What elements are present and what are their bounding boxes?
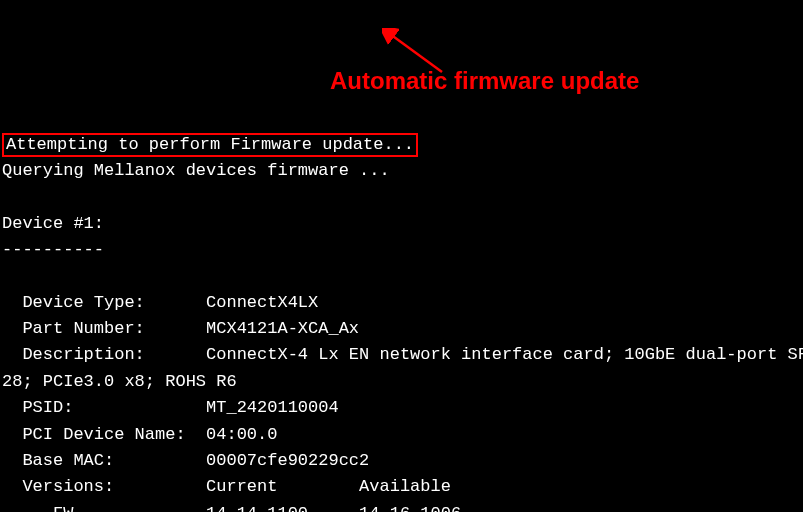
svg-line-1 bbox=[390, 34, 442, 72]
description-row: Description: ConnectX-4 Lx EN network in… bbox=[2, 345, 803, 364]
description-continuation: 28; PCIe3.0 x8; ROHS R6 bbox=[2, 372, 237, 391]
querying-line: Querying Mellanox devices firmware ... bbox=[2, 161, 390, 180]
firmware-attempt-line: Attempting to perform Firmware update... bbox=[2, 133, 418, 157]
base-mac-row: Base MAC: 00007cfe90229cc2 bbox=[2, 451, 369, 470]
part-number-row: Part Number: MCX4121A-XCA_Ax bbox=[2, 319, 359, 338]
device-dash: ---------- bbox=[2, 240, 104, 259]
arrow-annotation-icon bbox=[382, 28, 447, 76]
pci-device-row: PCI Device Name: 04:00.0 bbox=[2, 425, 277, 444]
device-type-row: Device Type: ConnectX4LX bbox=[2, 293, 318, 312]
psid-row: PSID: MT_2420110004 bbox=[2, 398, 339, 417]
terminal-output: Attempting to perform Firmware update...… bbox=[0, 105, 803, 512]
device-header: Device #1: bbox=[2, 214, 104, 233]
annotation-label: Automatic firmware update bbox=[330, 62, 639, 99]
versions-row: Versions: Current Available bbox=[2, 477, 451, 496]
fw-version-row: FW 14.14.1100 14.16.1006 bbox=[2, 504, 461, 512]
